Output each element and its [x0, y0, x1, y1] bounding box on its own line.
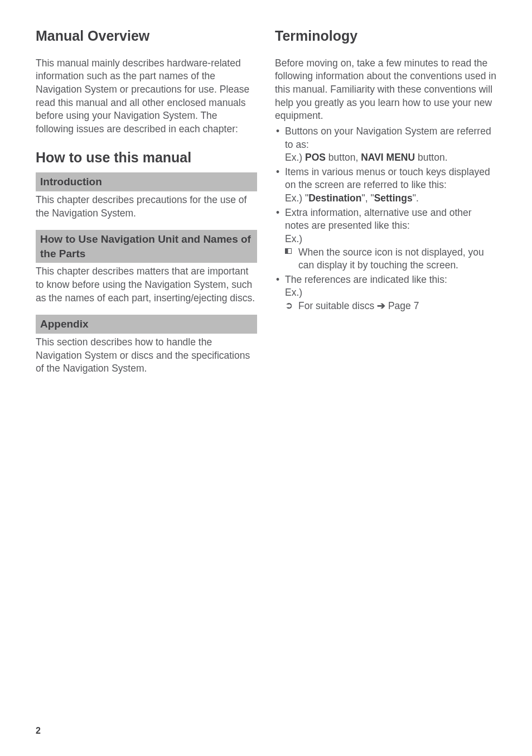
terminology-list: Buttons on your Navigation System are re… [275, 125, 496, 313]
ex-text: ". [413, 192, 419, 204]
subheading-introduction: Introduction [36, 172, 257, 191]
ex-text: ", " [361, 192, 374, 204]
references-sub-item: ➲ For suitable discs ➔ Page 7 [285, 300, 496, 313]
list-item-menu-items: Items in various menus or touch keys dis… [275, 166, 496, 205]
list-item-extra-info: Extra information, alternative use and o… [275, 206, 496, 272]
content-columns: Manual Overview This manual mainly descr… [36, 27, 496, 386]
list-item-buttons: Buttons on your Navigation System are re… [275, 125, 496, 165]
subheading-appendix: Appendix [36, 315, 257, 334]
reference-arrow-icon: ➲ [285, 301, 293, 310]
subheading-nav-unit-parts: How to Use Navigation Unit and Names of … [36, 230, 257, 263]
heading-terminology: Terminology [275, 27, 496, 46]
introduction-body: This chapter describes precautions for t… [36, 194, 257, 220]
heading-how-to-use: How to use this manual [36, 148, 257, 167]
note-icon [285, 248, 292, 254]
extra-info-desc: Extra information, alternative use and o… [285, 207, 472, 232]
buttons-desc: Buttons on your Navigation System are re… [285, 126, 491, 150]
extra-info-sublist: When the source icon is not displayed, y… [285, 246, 496, 272]
ex-label: Ex.) [285, 152, 305, 163]
appendix-body: This section describes how to handle the… [36, 336, 257, 375]
references-sub-prefix: For suitable discs [298, 300, 377, 311]
references-sub-suffix: Page 7 [385, 300, 419, 311]
ex-text: button. [415, 152, 447, 163]
heading-manual-overview: Manual Overview [36, 27, 257, 46]
menu-items-desc: Items in various menus or touch keys dis… [285, 166, 490, 191]
ex-label: Ex.) " [285, 192, 308, 204]
buttons-example: Ex.) POS button, NAVI MENU button. [285, 151, 496, 165]
references-ex-label: Ex.) [285, 286, 496, 300]
ex-text: button, [326, 152, 361, 163]
nav-unit-parts-body: This chapter describes matters that are … [36, 265, 257, 305]
left-column: Manual Overview This manual mainly descr… [36, 27, 257, 386]
navi-menu-button-label: NAVI MENU [361, 152, 415, 163]
right-column: Terminology Before moving on, take a few… [275, 27, 496, 386]
pos-button-label: POS [305, 152, 326, 163]
terminology-intro: Before moving on, take a few minutes to … [275, 57, 496, 123]
menu-items-example: Ex.) "Destination", "Settings". [285, 192, 496, 205]
destination-label: Destination [308, 192, 361, 204]
right-arrow-icon: ➔ [377, 300, 385, 311]
manual-overview-body: This manual mainly describes hardware-re… [36, 57, 257, 136]
extra-info-ex-label: Ex.) [285, 233, 496, 246]
references-sublist: ➲ For suitable discs ➔ Page 7 [285, 300, 496, 313]
settings-label: Settings [374, 192, 413, 204]
references-desc: The references are indicated like this: [285, 274, 447, 285]
list-item-references: The references are indicated like this: … [275, 273, 496, 313]
extra-info-sub-text: When the source icon is not displayed, y… [298, 247, 484, 271]
extra-info-sub-item: When the source icon is not displayed, y… [285, 246, 496, 272]
page-number: 2 [36, 725, 41, 737]
